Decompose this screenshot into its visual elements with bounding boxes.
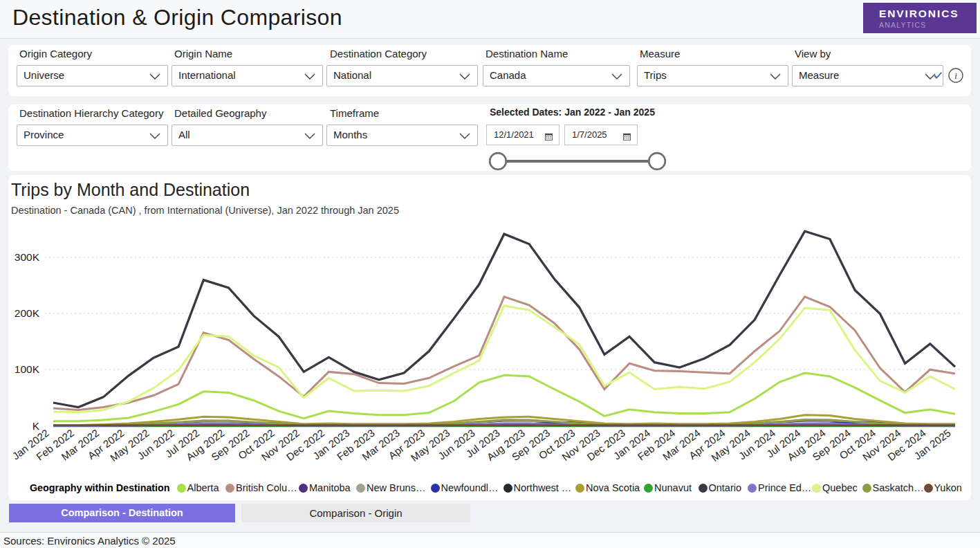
svg-text:i: i xyxy=(954,71,957,81)
svg-text:200K: 200K xyxy=(15,307,40,319)
svg-text:100K: 100K xyxy=(15,363,40,375)
svg-text:300K: 300K xyxy=(15,251,40,263)
